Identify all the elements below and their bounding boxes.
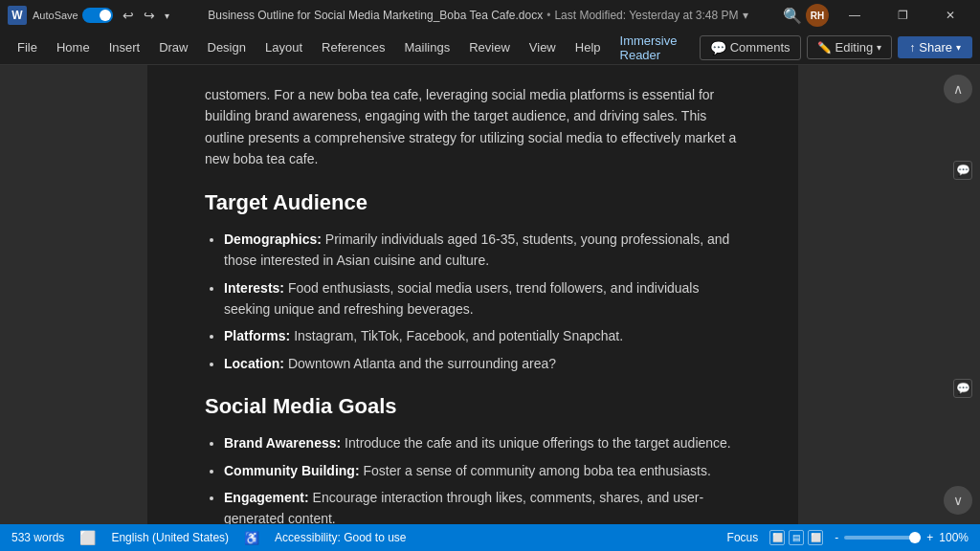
zoom-slider-thumb [909,532,921,543]
undo-redo-group: ↩ ↪ ▾ [119,6,173,25]
title-bar-center: Business Outline for Social Media Market… [181,9,775,22]
doc-sidebar: 💬 💬 [946,65,980,524]
title-bar-right: 🔍 RH — ❐ ✕ [783,0,972,31]
bullet4-text: Downtown Atlanta and the surrounding are… [288,356,556,371]
avatar[interactable]: RH [806,4,829,27]
s2-bullet2-label: Community Building: [224,463,360,478]
share-icon: ↑ [909,41,915,55]
menu-help[interactable]: Help [566,34,611,60]
menu-draw[interactable]: Draw [149,34,197,60]
view-icon-1[interactable]: ⬜ [769,530,785,545]
pencil-icon: ✏️ [817,41,832,55]
zoom-percent: 100% [939,531,969,544]
zoom-minus-button[interactable]: - [835,531,838,544]
share-label: Share [919,40,952,55]
title-bar-left: W AutoSave ↩ ↪ ▾ [8,6,173,25]
zoom-plus-button[interactable]: + [926,531,933,544]
language: English (United States) [111,531,229,544]
menu-insert[interactable]: Insert [100,34,150,60]
zoom-control: - + 100% [835,531,969,544]
view-icons: ⬜ ▤ ⬜ [769,530,823,545]
s2-bullet1-text: Introduce the cafe and its unique offeri… [345,435,731,451]
bullet2-label: Interests: [224,280,284,296]
menu-view[interactable]: View [520,34,566,60]
close-button[interactable]: ✕ [928,0,972,31]
menu-layout[interactable]: Layout [256,34,312,60]
list-item: Brand Awareness: Introduce the cafe and … [224,432,741,453]
section2-list: Brand Awareness: Introduce the cafe and … [224,432,741,524]
menu-immersive-reader[interactable]: Immersive Reader [611,28,700,68]
comments-label: Comments [730,40,791,55]
last-modified: Last Modified: Yesterday at 3:48 PM [554,9,738,22]
minimize-button[interactable]: — [833,0,877,31]
bullet2-text: Food enthusiasts, social media users, tr… [224,280,699,317]
accessibility-icon: ♿ [244,531,259,545]
section1-list: Demographics: Primarily individuals aged… [224,229,741,374]
document-page: customers. For a new boba tea cafe, leve… [147,65,798,524]
list-item: Location: Downtown Atlanta and the surro… [224,353,741,374]
word-logo-icon: W [8,6,27,25]
share-button[interactable]: ↑ Share ▾ [898,36,972,58]
autosave-label: AutoSave [33,10,78,21]
comment-bubble-1[interactable]: 💬 [953,161,972,180]
list-item: Interests: Food enthusiasts, social medi… [224,277,741,320]
scroll-up-button[interactable]: ∧ [944,75,972,103]
bullet1-label: Demographics: [224,231,322,247]
list-item: Platforms: Instagram, TikTok, Facebook, … [224,325,741,346]
accessibility-label: Accessibility: Good to use [275,531,406,544]
scroll-down-button[interactable]: ∨ [944,486,972,515]
bullet3-label: Platforms: [224,328,290,343]
undo-icon[interactable]: ↩ [119,6,138,25]
zoom-slider[interactable] [844,536,921,540]
editing-button[interactable]: ✏️ Editing ▾ [807,35,893,59]
list-item: Engagement: Encourage interaction throug… [224,487,741,524]
status-bar: 533 words ⬜ English (United States) ♿ Ac… [0,524,980,551]
menu-bar-items: File Home Insert Draw Design Layout Refe… [8,28,700,68]
file-name: Business Outline for Social Media Market… [208,9,543,22]
menu-review[interactable]: Review [459,34,520,60]
redo-icon[interactable]: ↪ [140,6,159,25]
word-count: 533 words [11,531,64,544]
comment-icon: 💬 [710,40,726,55]
autosave-section: AutoSave [33,8,113,23]
menu-bar: File Home Insert Draw Design Layout Refe… [0,31,980,65]
list-item: Community Building: Foster a sense of co… [224,460,741,481]
restore-button[interactable]: ❐ [880,0,924,31]
intro-paragraph: customers. For a new boba tea cafe, leve… [205,84,741,170]
last-modified-dropdown[interactable]: ▾ [743,9,748,22]
menu-home[interactable]: Home [47,34,100,60]
dropdown-icon[interactable]: ▾ [161,9,173,23]
comments-button[interactable]: 💬 Comments [700,35,801,60]
section2-heading: Social Media Goals [205,389,741,423]
share-dropdown-icon[interactable]: ▾ [956,42,961,53]
autosave-toggle[interactable] [82,8,113,23]
separator: • [546,9,550,22]
document-scroll-area[interactable]: customers. For a new boba tea cafe, leve… [0,65,946,524]
status-bar-right: Focus ⬜ ▤ ⬜ - + 100% [727,530,969,545]
document-content: customers. For a new boba tea cafe, leve… [205,84,741,524]
editing-label: Editing [835,40,874,55]
list-item: Demographics: Primarily individuals aged… [224,229,741,272]
menu-file[interactable]: File [8,34,47,60]
bullet4-label: Location: [224,356,284,371]
menu-design[interactable]: Design [198,34,256,60]
bullet3-text: Instagram, TikTok, Facebook, and potenti… [294,328,623,343]
menu-mailings[interactable]: Mailings [395,34,460,60]
view-icon-3[interactable]: ⬜ [808,530,823,545]
document-area: customers. For a new boba tea cafe, leve… [0,65,980,524]
comment-bubble-2[interactable]: 💬 [953,379,972,398]
editing-dropdown-icon[interactable]: ▾ [877,42,881,53]
focus-label[interactable]: Focus [727,531,759,544]
s2-bullet3-label: Engagement: [224,490,309,505]
search-icon[interactable]: 🔍 [783,7,802,25]
view-icon-2[interactable]: ▤ [789,530,804,545]
s2-bullet1-label: Brand Awareness: [224,435,341,451]
s2-bullet2-text: Foster a sense of community among boba t… [363,463,710,478]
spelling-check-icon[interactable]: ⬜ [79,530,96,545]
menu-bar-right: 💬 Comments ✏️ Editing ▾ ↑ Share ▾ [700,35,972,60]
section1-heading: Target Audience [205,186,741,219]
menu-references[interactable]: References [312,34,394,60]
title-bar: W AutoSave ↩ ↪ ▾ Business Outline for So… [0,0,980,31]
